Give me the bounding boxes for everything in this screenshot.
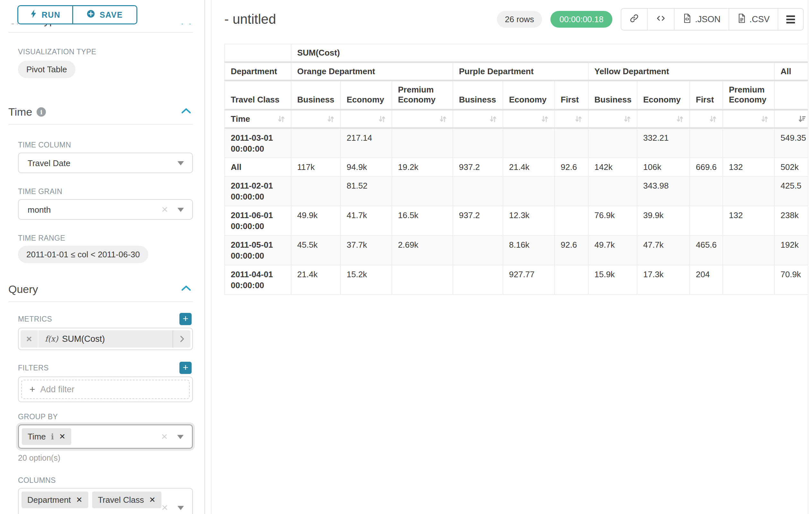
export-csv-button[interactable]: .CSV — [729, 9, 778, 30]
visualization-type-value[interactable]: Pivot Table — [18, 61, 76, 78]
value-cell — [453, 177, 503, 206]
row-dimension-label: Travel Class — [225, 80, 291, 110]
value-cell — [723, 177, 775, 206]
chevron-right-icon[interactable] — [172, 330, 190, 348]
value-cell — [690, 128, 723, 158]
value-cell: 117k — [291, 158, 341, 177]
add-filter-dropzone[interactable]: + Add filter — [21, 380, 190, 399]
value-cell — [555, 177, 588, 206]
run-button[interactable]: RUN — [18, 6, 72, 23]
sort-cell[interactable] — [723, 110, 775, 128]
value-cell: 19.2k — [392, 158, 453, 177]
panel-resize-divider[interactable] — [204, 0, 211, 514]
value-cell — [392, 177, 453, 206]
sort-cell[interactable] — [690, 110, 723, 128]
value-cell: 81.52 — [341, 177, 392, 206]
columns-select[interactable]: Department ✕ Travel Class ✕ × — [18, 488, 193, 514]
value-cell: 465.6 — [690, 236, 723, 265]
sort-icon[interactable] — [509, 115, 549, 124]
time-column-label: TIME COLUMN — [18, 141, 193, 150]
chart-title[interactable]: - untitled — [224, 11, 276, 27]
chip-label: Department — [27, 495, 71, 505]
share-link-button[interactable] — [621, 9, 647, 30]
more-options-button[interactable] — [778, 9, 803, 30]
column-subheader: Economy — [341, 80, 392, 110]
metric-chip[interactable]: × f(x) SUM(Cost) — [21, 330, 190, 348]
group-by-options-hint: 20 option(s) — [18, 453, 193, 463]
time-section-header: Time i — [8, 106, 193, 118]
time-grain-select[interactable]: month × — [18, 199, 193, 220]
add-metric-button[interactable]: + — [179, 313, 192, 325]
value-cell: 47.7k — [637, 236, 690, 265]
columns-chip[interactable]: Department ✕ — [22, 491, 88, 508]
view-query-button[interactable] — [647, 9, 674, 30]
plus-circle-icon — [87, 10, 95, 20]
value-cell: 8.16k — [503, 236, 555, 265]
time-range-field: TIME RANGE 2011-01-01 ≤ col < 2011-06-30 — [18, 234, 193, 263]
sort-cell[interactable] — [453, 110, 503, 128]
clear-icon[interactable]: × — [162, 502, 168, 513]
chevron-up-icon[interactable] — [181, 108, 192, 115]
sort-cell[interactable] — [588, 110, 637, 128]
caret-down-icon[interactable] — [177, 506, 184, 510]
add-filter-button[interactable]: + — [179, 362, 192, 374]
value-cell: 70.9k — [775, 265, 812, 295]
export-json-label: .JSON — [695, 15, 721, 24]
sort-icon[interactable] — [729, 115, 769, 124]
filters-label: FILTERS — [18, 364, 49, 372]
sort-cell[interactable] — [637, 110, 690, 128]
columns-chip[interactable]: Travel Class ✕ — [92, 491, 162, 508]
remove-chip-icon[interactable]: ✕ — [59, 432, 65, 441]
chevron-up-icon[interactable] — [181, 285, 192, 293]
sort-icon[interactable] — [277, 115, 286, 124]
remove-chip-icon[interactable]: ✕ — [149, 495, 155, 504]
chart-header: - untitled 26 rows 00:00:00.18 .JSON — [224, 8, 812, 30]
sort-icon[interactable] — [561, 115, 583, 124]
sort-icon[interactable] — [347, 115, 386, 124]
sort-cell[interactable] — [291, 110, 341, 128]
sort-icon[interactable] — [643, 115, 684, 124]
time-range-value[interactable]: 2011-01-01 ≤ col < 2011-06-30 — [18, 246, 148, 263]
time-column-select[interactable]: Travel Date — [18, 153, 193, 173]
group-by-select[interactable]: Time i ✕ × — [18, 424, 193, 449]
sort-cell[interactable] — [503, 110, 555, 128]
value-cell: 502k — [775, 158, 812, 177]
caret-down-icon[interactable] — [177, 161, 184, 165]
caret-down-icon[interactable] — [177, 435, 183, 439]
sort-icon[interactable] — [696, 115, 717, 124]
export-json-button[interactable]: .JSON — [674, 9, 729, 30]
value-cell: 15.9k — [588, 265, 637, 295]
value-cell — [723, 265, 775, 295]
columns-label: COLUMNS — [18, 476, 193, 485]
clear-icon[interactable]: × — [162, 204, 168, 215]
metric-header-cell: SUM(Cost) — [291, 44, 812, 62]
remove-metric-icon[interactable]: × — [21, 330, 38, 348]
sort-desc-icon[interactable] — [781, 115, 806, 124]
info-icon: i — [37, 107, 46, 117]
remove-chip-icon[interactable]: ✕ — [76, 495, 83, 504]
explore-view: Chart Type RUN SAVE — [0, 0, 812, 514]
column-group-header: Yellow Department — [588, 62, 775, 80]
sort-cell[interactable] — [392, 110, 453, 128]
group-by-chip[interactable]: Time i ✕ — [22, 428, 71, 445]
section-divider — [8, 124, 193, 125]
value-cell: 238k — [775, 206, 812, 236]
sort-icon[interactable] — [398, 115, 447, 124]
sort-icon[interactable] — [594, 115, 632, 124]
column-subheader: First — [555, 80, 588, 110]
code-icon — [656, 13, 666, 25]
value-cell — [555, 265, 588, 295]
save-button[interactable]: SAVE — [72, 6, 137, 23]
page-scrollbar[interactable] — [808, 0, 812, 514]
value-cell — [588, 177, 637, 206]
sort-cell[interactable] — [555, 110, 588, 128]
sort-icon[interactable] — [297, 115, 335, 124]
fx-icon: f(x) — [45, 334, 58, 344]
section-divider — [8, 301, 193, 302]
value-cell: 106k — [637, 158, 690, 177]
caret-down-icon[interactable] — [177, 208, 184, 212]
clear-icon[interactable]: × — [161, 431, 168, 442]
sort-icon[interactable] — [459, 115, 497, 124]
sort-cell[interactable] — [341, 110, 392, 128]
sort-desc-cell[interactable] — [775, 110, 812, 128]
